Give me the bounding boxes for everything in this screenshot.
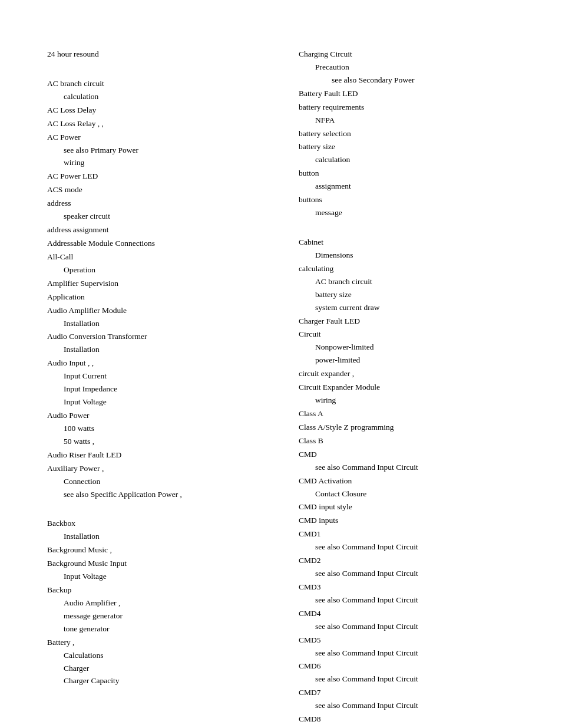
- index-entry: 50 watts ,: [47, 436, 263, 448]
- index-entry: calculation: [47, 91, 263, 103]
- index-entry: CMD4: [299, 608, 515, 620]
- index-entry: Precaution: [299, 61, 515, 74]
- index-entry: CMD2: [299, 555, 515, 567]
- index-entry: CMD3: [299, 581, 515, 594]
- index-entry: address: [47, 197, 263, 210]
- index-entry: AC Power LED: [47, 170, 263, 183]
- index-entry: Connection: [47, 476, 263, 488]
- index-entry: AC branch circuit: [47, 78, 263, 90]
- index-entry: assignment: [299, 180, 515, 193]
- index-entry: see also Command Input Circuit: [299, 700, 515, 712]
- index-entry: Nonpower-limited: [299, 341, 515, 354]
- index-entry: Battery ,: [47, 637, 263, 649]
- index-entry: Audio Amplifier Module: [47, 305, 263, 317]
- index-entry: see also Command Input Circuit: [299, 568, 515, 580]
- index-entry: Backup: [47, 584, 263, 597]
- index-entry: Backbox: [47, 518, 263, 530]
- index-entry: message: [299, 207, 515, 219]
- index-entry: Amplifier Supervision: [47, 278, 263, 290]
- index-entry: see also Command Input Circuit: [299, 673, 515, 686]
- index-entry: NFPA: [299, 114, 515, 127]
- index-entry: Class A: [299, 408, 515, 420]
- index-entry: button: [299, 167, 515, 180]
- index-entry: calculation: [299, 154, 515, 166]
- index-entry: see also Secondary Power: [299, 74, 515, 87]
- index-entry: see also Specific Application Power ,: [47, 489, 263, 501]
- index-entry: Class A/Style Z programming: [299, 421, 515, 434]
- index-entry: CMD8: [299, 713, 515, 726]
- right-column: Charging CircuitPrecautionsee also Secon…: [299, 47, 515, 726]
- index-entry: battery size: [299, 141, 515, 153]
- index-entry: Audio Amplifier ,: [47, 597, 263, 610]
- index-entry: Audio Riser Fault LED: [47, 449, 263, 462]
- index-entry: AC Loss Delay: [47, 104, 263, 117]
- index-entry: speaker circuit: [47, 210, 263, 223]
- index-entry: address assignment: [47, 224, 263, 236]
- index-entry: battery size: [299, 289, 515, 301]
- index-entry: wiring: [299, 394, 515, 407]
- index-entry: Auxiliary Power ,: [47, 463, 263, 475]
- index-entry: Installation: [47, 531, 263, 543]
- index-entry: circuit expander ,: [299, 368, 515, 380]
- index-entry: Contact Closure: [299, 488, 515, 500]
- index-entry: Audio Conversion Transformer: [47, 331, 263, 343]
- index-entry: power-limited: [299, 354, 515, 367]
- index-entry: AC Loss Relay , ,: [47, 118, 263, 130]
- index-entry: buttons: [299, 194, 515, 206]
- index-entry: see also Command Input Circuit: [299, 621, 515, 633]
- index-entry: Charger Capacity: [47, 675, 263, 687]
- index-entry: Addressable Module Connections: [47, 238, 263, 250]
- index-entry: Input Current: [47, 370, 263, 383]
- index-entry: Operation: [47, 264, 263, 276]
- index-entry: system current draw: [299, 302, 515, 314]
- index-entry: Input Voltage: [47, 571, 263, 583]
- index-entry: see also Command Input Circuit: [299, 462, 515, 474]
- index-entry: Battery Fault LED: [299, 88, 515, 100]
- index-entry: tone generator: [47, 623, 263, 635]
- index-entry: Input Impedance: [47, 383, 263, 396]
- index-entry: Charging Circuit: [299, 48, 515, 61]
- index-columns: 24 hour resoundAC branch circuitcalculat…: [47, 47, 515, 726]
- index-entry: Input Voltage: [47, 396, 263, 409]
- index-entry: AC Power: [47, 131, 263, 144]
- index-entry: CMD5: [299, 634, 515, 647]
- index-entry: Installation: [47, 344, 263, 356]
- index-entry: Background Music Input: [47, 558, 263, 570]
- page: 24 hour resoundAC branch circuitcalculat…: [0, 0, 562, 728]
- index-entry: CMD inputs: [299, 515, 515, 527]
- index-entry: Charger Fault LED: [299, 315, 515, 328]
- index-entry: All-Call: [47, 251, 263, 263]
- index-entry: Circuit Expander Module: [299, 381, 515, 394]
- index-entry: CMD1: [299, 528, 515, 541]
- index-entry: battery requirements: [299, 101, 515, 114]
- index-entry: see also Command Input Circuit: [299, 594, 515, 607]
- index-entry: Background Music ,: [47, 544, 263, 556]
- index-entry: 24 hour resound: [47, 48, 263, 61]
- index-entry: see also Command Input Circuit: [299, 647, 515, 660]
- index-entry: Circuit: [299, 328, 515, 341]
- index-entry: Class B: [299, 435, 515, 447]
- index-entry: Audio Power: [47, 410, 263, 422]
- index-entry: see also Primary Power: [47, 144, 263, 157]
- index-entry: 100 watts: [47, 423, 263, 435]
- index-entry: message generator: [47, 610, 263, 622]
- index-entry: Calculations: [47, 650, 263, 662]
- index-entry: battery selection: [299, 128, 515, 140]
- index-entry: Application: [47, 291, 263, 304]
- index-entry: CMD6: [299, 660, 515, 673]
- index-entry: wiring: [47, 157, 263, 169]
- index-entry: calculating: [299, 263, 515, 275]
- index-entry: Dimensions: [299, 249, 515, 262]
- index-entry: Audio Input , ,: [47, 357, 263, 370]
- left-column: 24 hour resoundAC branch circuitcalculat…: [47, 47, 263, 726]
- index-entry: Charger: [47, 663, 263, 675]
- index-entry: Cabinet: [299, 236, 515, 249]
- index-entry: CMD input style: [299, 501, 515, 513]
- index-entry: see also Command Input Circuit: [299, 541, 515, 554]
- index-entry: Installation: [47, 318, 263, 330]
- index-entry: CMD Activation: [299, 475, 515, 487]
- index-entry: AC branch circuit: [299, 276, 515, 288]
- index-entry: CMD: [299, 449, 515, 461]
- index-entry: ACS mode: [47, 184, 263, 196]
- index-entry: CMD7: [299, 687, 515, 699]
